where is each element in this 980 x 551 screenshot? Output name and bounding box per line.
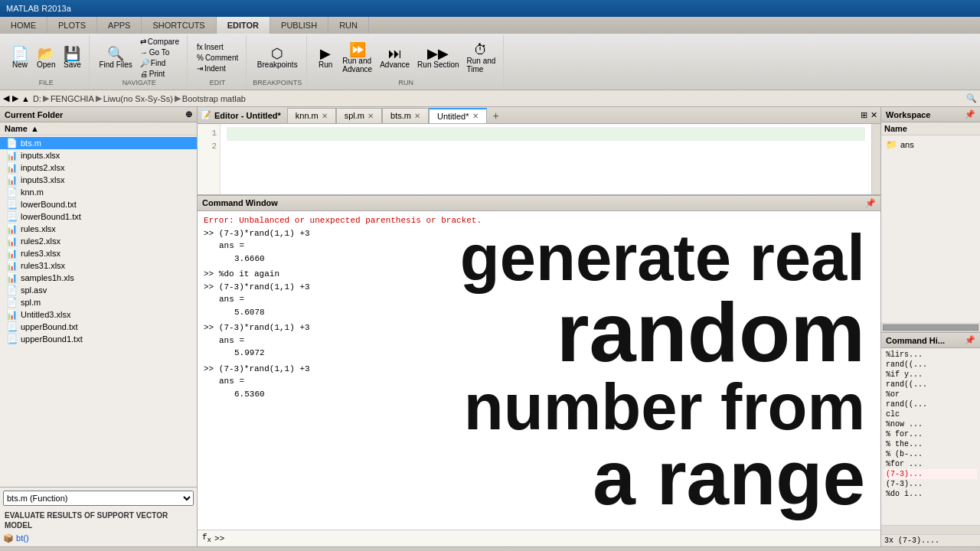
file-item[interactable]: 📊rules2.xlsx <box>0 235 197 247</box>
file-item[interactable]: 📃lowerBound.txt <box>0 198 197 210</box>
file-item[interactable]: 📊rules3.xlsx <box>0 247 197 259</box>
indent-label: Indent <box>204 64 226 73</box>
func-dropdown[interactable]: bts.m (Function) <box>3 491 194 506</box>
workspace-item-ans[interactable]: 📁 ans <box>884 139 977 151</box>
indent-button[interactable]: ⇥ Indent <box>194 64 241 73</box>
tab-publish[interactable]: PUBLISH <box>270 17 328 34</box>
file-item[interactable]: 📄knn.m <box>0 186 197 198</box>
editor-code[interactable] <box>220 124 871 194</box>
tab-home[interactable]: HOME <box>0 17 47 34</box>
run-button[interactable]: ▶ Run <box>313 45 338 70</box>
tab-untitled[interactable]: Untitled* ✕ <box>429 108 487 123</box>
tab-plots[interactable]: PLOTS <box>47 17 97 34</box>
open-button[interactable]: 📂 Open <box>34 45 58 70</box>
find-button[interactable]: 🔎 Find <box>137 58 182 68</box>
file-item[interactable]: 📊rules.xlsx <box>0 223 197 235</box>
cmd-history-panel: Command Hi... 📌 %lirs...rand((...%if y..… <box>881 332 980 546</box>
run-time-button[interactable]: ⏱ Run andTime <box>464 41 499 75</box>
comment-button[interactable]: % Comment <box>194 53 241 63</box>
history-item[interactable]: % the... <box>884 439 977 449</box>
sort-arrow-icon: ▲ <box>31 124 39 133</box>
run-group-label: RUN <box>399 79 414 86</box>
nav-up-icon[interactable]: ▲ <box>21 94 30 103</box>
command-input[interactable] <box>227 534 876 543</box>
file-item[interactable]: 📃lowerBound1.txt <box>0 210 197 223</box>
file-item[interactable]: 📊rules31.xlsx <box>0 259 197 272</box>
file-item[interactable]: 📄bts.m <box>0 137 197 149</box>
cmd-history-pin[interactable]: 📌 <box>965 335 975 345</box>
nav-forward-icon[interactable]: ▶ <box>12 93 18 103</box>
history-item[interactable]: % (b-... <box>884 449 977 459</box>
file-item[interactable]: 📃upperBound1.txt <box>0 333 197 345</box>
file-item[interactable]: 📊inputs3.xlsx <box>0 174 197 186</box>
run-section-button[interactable]: ▶▶ Run Section <box>414 45 462 70</box>
tab-add-button[interactable]: + <box>487 108 505 123</box>
save-button[interactable]: 💾 Save <box>60 45 84 70</box>
history-item[interactable]: (7-3)... <box>884 469 977 479</box>
current-folder-controls[interactable]: ⊕ <box>185 109 192 119</box>
file-item[interactable]: 📊inputs.xlsx <box>0 149 197 161</box>
breakpoints-buttons: ⬡ Breakpoints <box>254 37 301 79</box>
func-link[interactable]: 📦 bt() <box>3 533 194 543</box>
tab-knn-close[interactable]: ✕ <box>322 112 328 120</box>
advance-button[interactable]: ⏭ Advance <box>377 45 413 70</box>
workspace-pin[interactable]: 📌 <box>965 109 975 119</box>
tab-run[interactable]: RUN <box>328 17 369 34</box>
history-item[interactable]: %now ... <box>884 419 977 429</box>
tab-untitled-close[interactable]: ✕ <box>472 112 479 120</box>
run-advance-button[interactable]: ⏩ Run andAdvance <box>339 41 375 75</box>
file-item[interactable]: 📄spl.m <box>0 296 197 308</box>
editor-tabs: knn.m ✕ spl.m ✕ bts.m ✕ Untitled* ✕ + <box>287 108 505 123</box>
file-item[interactable]: 📊Untitled3.xlsx <box>0 308 197 321</box>
file-item[interactable]: 📊inputs2.xlsx <box>0 161 197 174</box>
breakpoints-button[interactable]: ⬡ Breakpoints <box>254 45 301 70</box>
workspace-col-name: Name <box>884 124 907 133</box>
history-item[interactable]: %lirs... <box>884 350 977 360</box>
nav-back-icon[interactable]: ◀ <box>3 93 9 103</box>
history-item[interactable]: % for... <box>884 429 977 439</box>
tab-knn[interactable]: knn.m ✕ <box>287 108 336 123</box>
history-item[interactable]: clc <box>884 409 977 419</box>
history-item[interactable]: rand((... <box>884 380 977 390</box>
tab-bts[interactable]: bts.m ✕ <box>382 108 429 123</box>
goto-button[interactable]: → Go To <box>137 47 182 57</box>
sort-bar[interactable]: Name ▲ <box>0 122 197 135</box>
tab-spl[interactable]: spl.m ✕ <box>336 108 382 123</box>
insert-button[interactable]: fx Insert <box>194 42 241 52</box>
history-item[interactable]: %if y... <box>884 370 977 380</box>
new-button[interactable]: 📄 New <box>8 45 32 70</box>
find-files-button[interactable]: 🔍 Find Files <box>96 45 135 70</box>
search-icon[interactable]: 🔍 <box>966 93 977 103</box>
history-item[interactable]: %do i... <box>884 489 977 499</box>
open-icon: 📂 <box>38 47 54 60</box>
file-item-icon: 📄 <box>6 285 18 295</box>
workspace-item-name: ans <box>900 140 914 149</box>
workspace-hscroll[interactable] <box>881 323 980 332</box>
func-link-text: bt() <box>16 533 29 543</box>
file-item[interactable]: 📃upperBound.txt <box>0 321 197 333</box>
editor-close-icon[interactable]: ✕ <box>871 110 877 120</box>
editor-scrollbar[interactable] <box>871 124 880 194</box>
workspace-hscroll-thumb[interactable] <box>883 324 978 331</box>
tab-apps[interactable]: APPS <box>97 17 142 34</box>
history-item[interactable]: %for ... <box>884 459 977 469</box>
history-item[interactable]: (7-3)... <box>884 479 977 489</box>
command-header-pin[interactable]: 📌 <box>865 198 876 208</box>
cmd-prompt-2: >> %do it again <box>204 268 874 281</box>
tab-editor[interactable]: EDITOR <box>217 17 270 34</box>
file-item-icon: 📊 <box>6 223 18 234</box>
editor-undock-icon[interactable]: ⊞ <box>861 110 867 120</box>
history-item[interactable]: %or <box>884 390 977 399</box>
file-item[interactable]: 📄spl.asv <box>0 284 197 296</box>
file-item[interactable]: 📊samples1h.xls <box>0 272 197 284</box>
file-item-icon: 📊 <box>6 174 18 185</box>
history-item[interactable]: rand((... <box>884 399 977 409</box>
command-body[interactable]: generate real random number from a range… <box>198 211 880 530</box>
history-item[interactable]: rand((... <box>884 360 977 370</box>
print-button[interactable]: 🖨 Print <box>137 69 182 79</box>
tab-spl-close[interactable]: ✕ <box>368 112 374 120</box>
tab-shortcuts[interactable]: SHORTCUTS <box>142 17 216 34</box>
compare-button[interactable]: ⇄ Compare <box>137 37 182 47</box>
tab-bts-close[interactable]: ✕ <box>414 112 420 120</box>
history-hscroll[interactable] <box>881 525 980 534</box>
